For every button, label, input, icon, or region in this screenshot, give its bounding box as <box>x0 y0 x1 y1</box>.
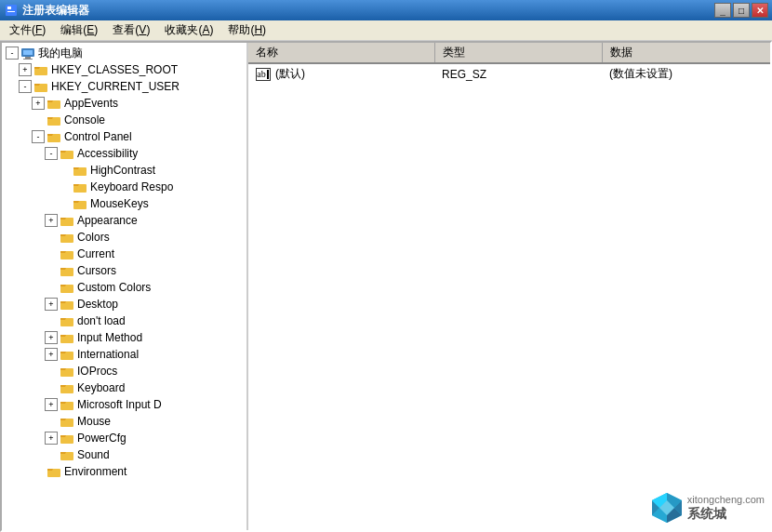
ioprocs-label: IOProcs <box>77 365 117 378</box>
tree-item-sound[interactable]: Sound <box>2 446 246 463</box>
desktop-label: Desktop <box>77 298 118 311</box>
title-bar-buttons: _ □ ✕ <box>714 3 768 18</box>
col-header-name[interactable]: 名称 <box>248 43 434 63</box>
col-header-type[interactable]: 类型 <box>434 43 602 63</box>
high-contrast-label: HighContrast <box>90 164 155 177</box>
maximize-button[interactable]: □ <box>733 3 750 18</box>
no-expander-mouse-keys <box>58 197 71 210</box>
no-expander-cursors <box>45 264 58 277</box>
dont-load-label: don't load <box>77 314 126 327</box>
tree-item-colors[interactable]: Colors <box>2 229 246 246</box>
menu-view[interactable]: 查看(V) <box>105 20 157 40</box>
right-panel: 名称 类型 数据 ab (默认) REG_SZ (数值未设置) <box>248 43 770 530</box>
sound-label: Sound <box>77 448 110 461</box>
tree-item-international[interactable]: + International <box>2 346 246 363</box>
tree-item-current[interactable]: Current <box>2 246 246 262</box>
tree-panel[interactable]: - 我的电脑 + HKEY_CLASSES_ROOT - <box>2 43 248 530</box>
expand-powercfg[interactable]: + <box>45 432 58 445</box>
expand-input-method[interactable]: + <box>45 331 58 344</box>
tree-item-hkey-classes-root[interactable]: + HKEY_CLASSES_ROOT <box>2 61 246 78</box>
menu-edit[interactable]: 编辑(E) <box>53 20 105 40</box>
row-data: (数值未设置) <box>602 63 770 84</box>
hkey-classes-root-label: HKEY_CLASSES_ROOT <box>51 63 178 76</box>
no-expander-sound <box>45 448 58 461</box>
tree-item-desktop[interactable]: + Desktop <box>2 296 246 313</box>
window-title: 注册表编辑器 <box>22 3 714 19</box>
folder-icon-environment <box>47 465 61 478</box>
no-expander-custom-colors <box>45 281 58 294</box>
svg-rect-5 <box>25 57 31 59</box>
control-panel-label: Control Panel <box>64 130 132 143</box>
tree-item-microsoft-input[interactable]: + Microsoft Input D <box>2 396 246 413</box>
custom-colors-label: Custom Colors <box>77 281 151 294</box>
tree-item-keyboard-response[interactable]: Keyboard Respo <box>2 179 246 195</box>
tree-item-accessibility[interactable]: - Accessibility <box>2 145 246 162</box>
tree-item-powercfg[interactable]: + PowerCfg <box>2 430 246 446</box>
tree-item-control-panel[interactable]: - Control Panel <box>2 128 246 145</box>
close-button[interactable]: ✕ <box>752 3 768 18</box>
expand-app-events[interactable]: + <box>32 97 45 110</box>
svg-rect-6 <box>23 59 33 60</box>
appearance-label: Appearance <box>77 214 138 227</box>
tree-item-appearance[interactable]: + Appearance <box>2 212 246 229</box>
expand-international[interactable]: + <box>45 348 58 361</box>
tree-item-mouse[interactable]: Mouse <box>2 413 246 430</box>
folder-icon-dont-load <box>60 314 74 327</box>
colors-label: Colors <box>77 231 110 244</box>
folder-icon-custom-colors <box>60 281 74 294</box>
tree-item-environment[interactable]: Environment <box>2 463 246 480</box>
tree-item-mouse-keys[interactable]: MouseKeys <box>2 195 246 212</box>
menu-file[interactable]: 文件(F) <box>2 20 53 40</box>
current-label: Current <box>77 247 114 260</box>
ab-icon: ab <box>256 68 271 81</box>
folder-icon-ioprocs <box>60 365 74 378</box>
svg-rect-4 <box>23 50 33 55</box>
tree-item-input-method[interactable]: + Input Method <box>2 329 246 346</box>
expand-desktop[interactable]: + <box>45 298 58 311</box>
keyboard-response-label: Keyboard Respo <box>90 180 173 193</box>
powercfg-label: PowerCfg <box>77 432 126 445</box>
folder-icon-control-panel <box>47 130 61 143</box>
tree-item-dont-load[interactable]: don't load <box>2 313 246 329</box>
menu-help[interactable]: 帮助(H) <box>220 20 273 40</box>
tree-item-cursors[interactable]: Cursors <box>2 262 246 279</box>
app-icon <box>4 3 19 18</box>
folder-icon-colors <box>60 231 74 244</box>
no-expander-console <box>32 113 45 126</box>
mouse-label: Mouse <box>77 415 111 428</box>
cursors-label: Cursors <box>77 264 116 277</box>
expand-hkey-classes-root[interactable]: + <box>19 63 32 76</box>
tree-item-hkey-current-user[interactable]: - HKEY_CURRENT_USER <box>2 78 246 95</box>
folder-icon-current-user <box>33 80 48 93</box>
tree-item-my-computer[interactable]: - 我的电脑 <box>2 45 246 61</box>
expand-hkey-current-user[interactable]: - <box>19 80 32 93</box>
no-expander-current <box>45 247 58 260</box>
expand-appearance[interactable]: + <box>45 214 58 227</box>
folder-icon-mouse-keys <box>73 197 87 210</box>
folder-icon-keyboard-response <box>73 180 87 193</box>
console-label: Console <box>64 113 105 126</box>
hkey-current-user-label: HKEY_CURRENT_USER <box>51 80 180 93</box>
minimize-button[interactable]: _ <box>714 3 731 18</box>
no-expander-keyboard-response <box>58 180 71 193</box>
col-header-data[interactable]: 数据 <box>602 43 770 63</box>
tree-item-app-events[interactable]: + AppEvents <box>2 95 246 112</box>
row-type: REG_SZ <box>434 63 602 84</box>
tree-item-high-contrast[interactable]: HighContrast <box>2 162 246 179</box>
registry-table: 名称 类型 数据 ab (默认) REG_SZ (数值未设置) <box>248 43 770 84</box>
expand-microsoft-input[interactable]: + <box>45 398 58 411</box>
folder-icon-input-method <box>60 331 74 344</box>
tree-item-ioprocs[interactable]: IOProcs <box>2 363 246 379</box>
table-row[interactable]: ab (默认) REG_SZ (数值未设置) <box>248 63 770 84</box>
tree-item-keyboard[interactable]: Keyboard <box>2 379 246 396</box>
expand-my-computer[interactable]: - <box>6 47 19 60</box>
folder-icon-high-contrast <box>73 164 87 177</box>
svg-rect-1 <box>7 7 11 9</box>
menu-favorites[interactable]: 收藏夹(A) <box>157 20 220 40</box>
expand-control-panel[interactable]: - <box>32 130 45 143</box>
tree-item-console[interactable]: Console <box>2 112 246 128</box>
tree-item-custom-colors[interactable]: Custom Colors <box>2 279 246 296</box>
svg-rect-0 <box>6 5 17 16</box>
expand-accessibility[interactable]: - <box>45 147 58 160</box>
folder-icon-accessibility <box>60 147 74 160</box>
